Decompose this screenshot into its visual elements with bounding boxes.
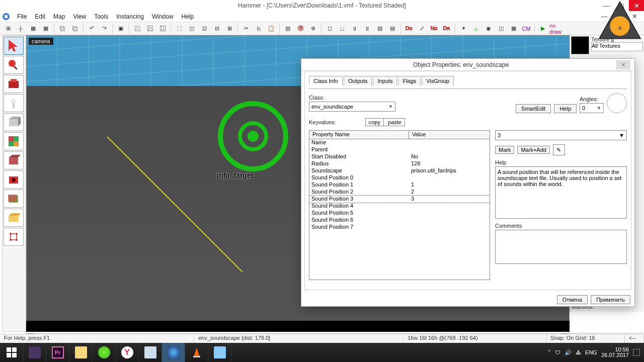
- kv-col-name[interactable]: Property Name: [309, 131, 409, 139]
- taskbar-hammer[interactable]: [162, 343, 185, 362]
- quickhide2-icon[interactable]: ⊞: [223, 23, 235, 34]
- cancel-button[interactable]: Отмена: [557, 295, 588, 304]
- angles-select[interactable]: 0▼: [580, 103, 604, 113]
- camera-tool[interactable]: [4, 75, 24, 93]
- show-hidden-icon[interactable]: ⊡: [198, 23, 210, 34]
- paste-icon[interactable]: 📋: [265, 23, 277, 34]
- kv-row[interactable]: Radius128: [309, 160, 490, 167]
- help-button[interactable]: Help: [554, 104, 577, 113]
- block-tool[interactable]: [4, 113, 24, 131]
- dialog-close-button[interactable]: ✕: [616, 60, 630, 69]
- maximize-button[interactable]: ▢: [614, 0, 629, 11]
- detail-icon[interactable]: ▦: [508, 23, 520, 34]
- kv-row[interactable]: Parent: [309, 146, 490, 153]
- tray-notifications-icon[interactable]: [633, 349, 640, 356]
- tray-lang[interactable]: ENG: [585, 349, 597, 355]
- mark-button[interactable]: Mark: [495, 146, 514, 154]
- cordon-icon[interactable]: ▨: [282, 23, 294, 34]
- entity-gizmo[interactable]: [218, 101, 288, 171]
- apply-button[interactable]: Применить: [591, 295, 630, 304]
- child-minimize-button[interactable]: —: [597, 12, 612, 21]
- selection-tool[interactable]: [4, 37, 24, 55]
- texture-scale-lock-icon[interactable]: tl: [361, 23, 373, 34]
- disp-draw-icon[interactable]: Dʀ: [441, 23, 453, 34]
- nodraw-icon[interactable]: nodraw: [549, 23, 561, 34]
- select-brush-icon[interactable]: □: [336, 23, 348, 34]
- kv-col-value[interactable]: Value: [409, 131, 490, 139]
- tab-visgroup[interactable]: VisGroup: [422, 76, 454, 85]
- hide-unselected-icon[interactable]: ◫: [186, 23, 198, 34]
- tray-network-icon[interactable]: 🖧: [576, 349, 581, 355]
- child-restore-button[interactable]: ❐: [612, 12, 627, 21]
- angles-compass[interactable]: [607, 93, 627, 113]
- snap-icon[interactable]: ┼: [15, 23, 27, 34]
- carve-icon[interactable]: ▣: [115, 23, 127, 34]
- helpers-icon[interactable]: ◉: [482, 23, 495, 34]
- hide-selected-icon[interactable]: ⬚: [173, 23, 185, 34]
- kv-row[interactable]: Soundscapeprison.util_fardrips: [309, 167, 490, 174]
- taskbar-app-doc[interactable]: [139, 343, 162, 362]
- redo-icon[interactable]: ↷: [98, 23, 110, 34]
- load-window-icon[interactable]: ⿻: [56, 23, 68, 34]
- kv-row[interactable]: Start DisabledNo: [309, 153, 490, 160]
- sprites-icon[interactable]: ☼: [470, 23, 482, 34]
- collision-models-icon[interactable]: CM: [520, 23, 532, 34]
- tray-volume-icon[interactable]: 🔊: [565, 349, 572, 356]
- apply-current-texture-tool[interactable]: [4, 151, 24, 169]
- kv-row[interactable]: Sound Position 0: [309, 174, 490, 182]
- smartedit-button[interactable]: SmartEdit: [516, 104, 551, 113]
- tray-shield-icon[interactable]: 🛡: [555, 349, 560, 355]
- undo-icon[interactable]: ↶: [86, 23, 98, 34]
- kv-row[interactable]: Sound Position 33: [309, 196, 490, 203]
- vertex-tool[interactable]: [4, 228, 24, 246]
- disp-nomerge-icon[interactable]: Nᴅ: [428, 23, 440, 34]
- grid-toggle-icon[interactable]: ⊞: [2, 23, 14, 34]
- menu-edit[interactable]: Edit: [31, 12, 49, 22]
- kv-copy-button[interactable]: copy: [366, 119, 384, 126]
- menu-view[interactable]: View: [69, 12, 90, 22]
- menu-window[interactable]: Window: [148, 12, 178, 22]
- texture-group-select[interactable]: All Textures: [591, 42, 643, 51]
- pointfile-icon[interactable]: ⊗: [307, 23, 319, 34]
- collision-icon[interactable]: ◫: [495, 23, 507, 34]
- magnify-tool[interactable]: [4, 56, 24, 74]
- kv-row[interactable]: Sound Position 11: [309, 182, 490, 189]
- disp-mask-icon[interactable]: Dᴅ: [403, 23, 415, 34]
- taskbar-yandex[interactable]: Y: [116, 343, 139, 362]
- models-fade-icon[interactable]: ✦: [457, 23, 469, 34]
- menu-help[interactable]: Help: [178, 12, 198, 22]
- copy-icon[interactable]: ⎘: [253, 23, 265, 34]
- menu-instancing[interactable]: Instancing: [112, 12, 148, 22]
- overlay-tool[interactable]: [4, 190, 24, 208]
- tray-chevron-icon[interactable]: ˄: [548, 349, 551, 356]
- tab-classinfo[interactable]: Class Info: [309, 76, 343, 85]
- ignore-groups-icon[interactable]: ⿶: [156, 23, 169, 34]
- texture-preview[interactable]: [571, 36, 589, 54]
- kv-row[interactable]: Sound Position 22: [309, 189, 490, 196]
- menu-tools[interactable]: Tools: [90, 12, 112, 22]
- kv-row[interactable]: Name: [309, 139, 490, 146]
- taskbar-explorer[interactable]: [69, 343, 93, 362]
- kv-row[interactable]: Sound Position 7: [309, 224, 490, 231]
- eyedropper-icon[interactable]: ✎: [553, 144, 565, 155]
- grid-larger-icon[interactable]: ▦: [40, 23, 52, 34]
- taskbar-vlc[interactable]: [185, 343, 208, 362]
- class-select[interactable]: env_soundscape▼: [309, 102, 395, 112]
- tab-flags[interactable]: Flags: [398, 76, 421, 85]
- ungroup-icon[interactable]: ⿵: [144, 23, 156, 34]
- menu-file[interactable]: File: [13, 12, 31, 22]
- run-map-icon[interactable]: ▶: [537, 23, 549, 34]
- tray-date[interactable]: 26.07.2017: [601, 352, 629, 358]
- close-button[interactable]: ✕: [629, 0, 644, 11]
- tab-inputs[interactable]: Inputs: [373, 76, 397, 85]
- kv-row[interactable]: Sound Position 6: [309, 217, 490, 224]
- timeline[interactable]: [26, 321, 570, 332]
- minimize-button[interactable]: —: [599, 0, 614, 11]
- taskbar-app-1[interactable]: [23, 343, 46, 362]
- radius-culling-icon[interactable]: Ⓡ: [294, 23, 306, 34]
- save-window-icon[interactable]: ⿻: [69, 23, 81, 34]
- comments-input[interactable]: [495, 230, 627, 264]
- select-handles-icon[interactable]: ◻: [324, 23, 336, 34]
- start-button[interactable]: [0, 343, 23, 362]
- kv-row[interactable]: Sound Position 5: [309, 210, 490, 217]
